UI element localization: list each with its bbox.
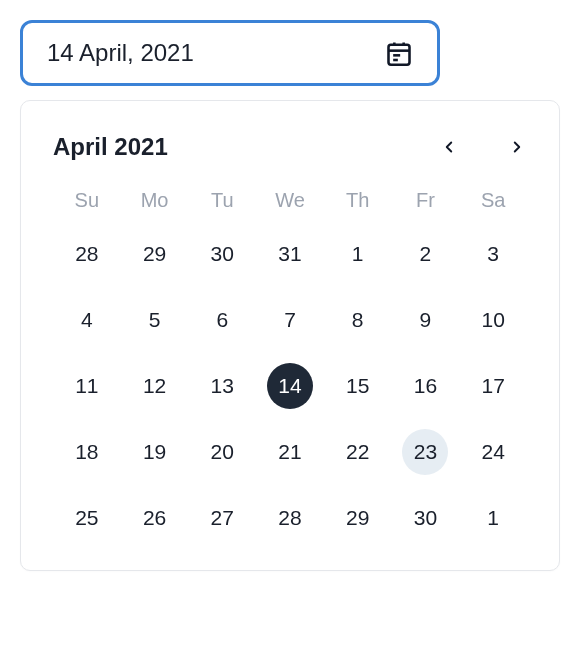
weekday-label: Fr bbox=[392, 189, 460, 212]
day-cell[interactable]: 21 bbox=[256, 428, 324, 476]
weekday-row: SuMoTuWeThFrSa bbox=[53, 189, 527, 212]
day-number: 19 bbox=[132, 429, 178, 475]
day-number: 8 bbox=[335, 297, 381, 343]
day-number: 28 bbox=[64, 231, 110, 277]
day-cell[interactable]: 1 bbox=[324, 230, 392, 278]
weekday-label: Su bbox=[53, 189, 121, 212]
day-number: 14 bbox=[267, 363, 313, 409]
prev-month-button[interactable] bbox=[439, 137, 459, 157]
month-nav bbox=[439, 137, 527, 157]
day-number: 21 bbox=[267, 429, 313, 475]
day-number: 22 bbox=[335, 429, 381, 475]
day-number: 25 bbox=[64, 495, 110, 541]
date-input[interactable]: 14 April, 2021 bbox=[20, 20, 440, 86]
weekday-label: Sa bbox=[459, 189, 527, 212]
day-cell[interactable]: 15 bbox=[324, 362, 392, 410]
day-cell[interactable]: 20 bbox=[188, 428, 256, 476]
day-number: 29 bbox=[132, 231, 178, 277]
day-cell[interactable]: 7 bbox=[256, 296, 324, 344]
weekday-label: Tu bbox=[188, 189, 256, 212]
day-number: 12 bbox=[132, 363, 178, 409]
day-cell[interactable]: 27 bbox=[188, 494, 256, 542]
day-number: 26 bbox=[132, 495, 178, 541]
day-cell[interactable]: 25 bbox=[53, 494, 121, 542]
day-number: 17 bbox=[470, 363, 516, 409]
calendar-popup: April 2021 SuMoTuWeThFrSa 28293031123456… bbox=[20, 100, 560, 571]
day-number: 1 bbox=[335, 231, 381, 277]
day-number: 24 bbox=[470, 429, 516, 475]
day-cell[interactable]: 3 bbox=[459, 230, 527, 278]
day-number: 15 bbox=[335, 363, 381, 409]
day-number: 31 bbox=[267, 231, 313, 277]
day-number: 27 bbox=[199, 495, 245, 541]
day-number: 28 bbox=[267, 495, 313, 541]
day-number: 5 bbox=[132, 297, 178, 343]
days-grid: 2829303112345678910111213141516171819202… bbox=[53, 230, 527, 542]
day-number: 18 bbox=[64, 429, 110, 475]
day-cell[interactable]: 24 bbox=[459, 428, 527, 476]
date-input-value: 14 April, 2021 bbox=[47, 39, 194, 67]
day-number: 7 bbox=[267, 297, 313, 343]
day-number: 20 bbox=[199, 429, 245, 475]
weekday-label: We bbox=[256, 189, 324, 212]
day-cell[interactable]: 10 bbox=[459, 296, 527, 344]
day-number: 1 bbox=[470, 495, 516, 541]
calendar-icon[interactable] bbox=[385, 39, 413, 67]
day-cell[interactable]: 5 bbox=[121, 296, 189, 344]
day-cell[interactable]: 31 bbox=[256, 230, 324, 278]
calendar-header: April 2021 bbox=[53, 133, 527, 161]
day-number: 6 bbox=[199, 297, 245, 343]
day-number: 4 bbox=[64, 297, 110, 343]
day-number: 11 bbox=[64, 363, 110, 409]
day-number: 3 bbox=[470, 231, 516, 277]
day-cell[interactable]: 11 bbox=[53, 362, 121, 410]
day-number: 9 bbox=[402, 297, 448, 343]
day-cell[interactable]: 29 bbox=[121, 230, 189, 278]
day-number: 2 bbox=[402, 231, 448, 277]
day-number: 10 bbox=[470, 297, 516, 343]
day-cell[interactable]: 22 bbox=[324, 428, 392, 476]
day-number: 13 bbox=[199, 363, 245, 409]
day-cell[interactable]: 1 bbox=[459, 494, 527, 542]
day-cell[interactable]: 6 bbox=[188, 296, 256, 344]
next-month-button[interactable] bbox=[507, 137, 527, 157]
day-cell[interactable]: 17 bbox=[459, 362, 527, 410]
day-cell[interactable]: 2 bbox=[392, 230, 460, 278]
weekday-label: Mo bbox=[121, 189, 189, 212]
day-number: 30 bbox=[402, 495, 448, 541]
day-cell[interactable]: 9 bbox=[392, 296, 460, 344]
month-year-label: April 2021 bbox=[53, 133, 168, 161]
day-number: 16 bbox=[402, 363, 448, 409]
day-cell[interactable]: 8 bbox=[324, 296, 392, 344]
day-cell[interactable]: 13 bbox=[188, 362, 256, 410]
day-number: 23 bbox=[402, 429, 448, 475]
day-number: 29 bbox=[335, 495, 381, 541]
day-cell[interactable]: 14 bbox=[256, 362, 324, 410]
day-cell[interactable]: 26 bbox=[121, 494, 189, 542]
day-cell[interactable]: 12 bbox=[121, 362, 189, 410]
day-cell[interactable]: 29 bbox=[324, 494, 392, 542]
day-cell[interactable]: 16 bbox=[392, 362, 460, 410]
day-cell[interactable]: 28 bbox=[256, 494, 324, 542]
day-number: 30 bbox=[199, 231, 245, 277]
day-cell[interactable]: 18 bbox=[53, 428, 121, 476]
weekday-label: Th bbox=[324, 189, 392, 212]
day-cell[interactable]: 4 bbox=[53, 296, 121, 344]
day-cell[interactable]: 30 bbox=[392, 494, 460, 542]
day-cell[interactable]: 19 bbox=[121, 428, 189, 476]
day-cell[interactable]: 23 bbox=[392, 428, 460, 476]
day-cell[interactable]: 28 bbox=[53, 230, 121, 278]
day-cell[interactable]: 30 bbox=[188, 230, 256, 278]
